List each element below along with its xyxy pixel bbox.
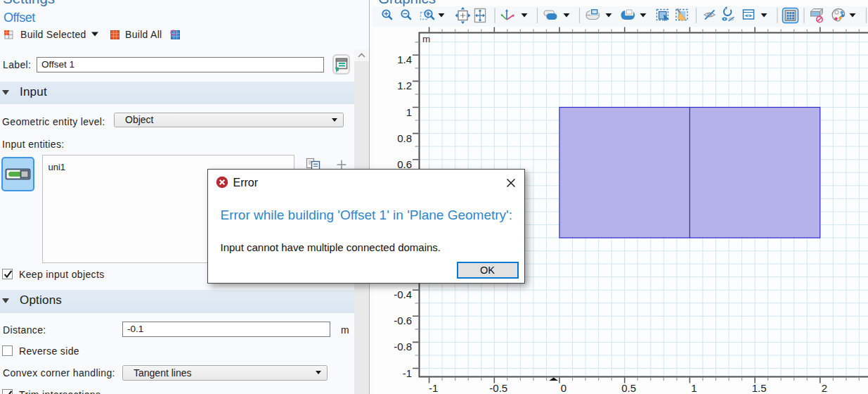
svg-text:-0.4: -0.4 xyxy=(394,288,412,300)
svg-text:0.8: 0.8 xyxy=(397,132,412,144)
svg-text:-0.8: -0.8 xyxy=(394,341,412,352)
svg-text:-1: -1 xyxy=(403,367,412,379)
svg-text:2: 2 xyxy=(822,382,827,394)
svg-text:1.4: 1.4 xyxy=(397,53,412,65)
svg-text:1.5: 1.5 xyxy=(752,382,767,394)
svg-text:0: 0 xyxy=(561,382,566,394)
svg-text:-1: -1 xyxy=(429,382,438,394)
svg-text:1.2: 1.2 xyxy=(397,80,412,91)
svg-text:-0.6: -0.6 xyxy=(394,314,412,326)
svg-text:0.5: 0.5 xyxy=(621,382,636,394)
svg-text:1: 1 xyxy=(406,106,412,118)
svg-text:1: 1 xyxy=(691,382,697,394)
svg-text:m: m xyxy=(422,34,430,44)
svg-text:-0.5: -0.5 xyxy=(489,382,507,394)
